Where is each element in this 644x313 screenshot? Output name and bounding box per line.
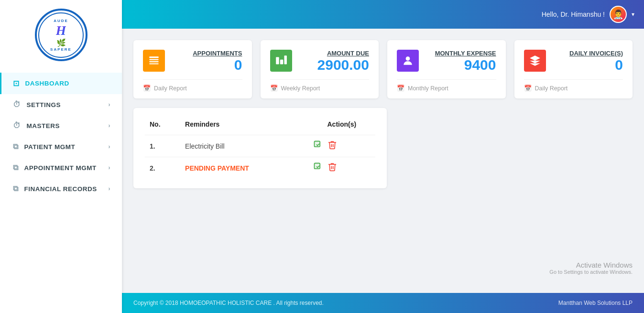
card-top: AMOUNT DUE 2900.00 xyxy=(270,50,370,73)
main-content: APPOINTMENTS 0 📅 Daily Report AMOUNT DUE… xyxy=(122,29,644,293)
reminders-card: No. Reminders Action(s) 1. Electricity B… xyxy=(133,108,387,188)
appointments-footer-text: Daily Report xyxy=(154,85,187,92)
logo-aude-text: AUDE xyxy=(54,19,68,23)
sidebar: AUDE H 🌿 SAPERE ⊡ DASHBOARD ⏱ SETTINGS ›… xyxy=(0,0,122,313)
edit-button[interactable] xyxy=(313,140,323,152)
patient-mgmt-icon: ⧉ xyxy=(13,142,19,151)
daily-invoices-icon xyxy=(524,50,546,72)
sidebar-item-patient-mgmt[interactable]: ⧉ PATIENT MGMT › xyxy=(0,136,122,157)
dashboard-icon: ⊡ xyxy=(13,79,20,88)
delete-button[interactable] xyxy=(327,140,337,152)
sidebar-item-label: SETTINGS xyxy=(27,101,61,108)
svg-rect-4 xyxy=(276,57,279,64)
amount-due-value: 2900.00 xyxy=(317,57,369,73)
sidebar-item-label: APPOINTMENT MGMT xyxy=(24,164,97,172)
reminder-actions xyxy=(308,135,375,157)
logo-inner: AUDE H 🌿 SAPERE xyxy=(38,12,84,58)
settings-icon: ⏱ xyxy=(13,100,21,109)
logo-sapere-text: SAPERE xyxy=(50,47,72,52)
amount-due-icon xyxy=(270,50,292,72)
card-top: DAILY INVOICE(S) 0 xyxy=(524,50,623,73)
appointments-value: 0 xyxy=(193,57,242,73)
header: Hello, Dr. Himanshu ! 👨‍⚕️ ▾ xyxy=(122,0,644,29)
calendar-icon: 📅 xyxy=(143,85,151,92)
daily-invoices-value: 0 xyxy=(569,57,623,73)
table-row: 2. PENDING PAYMENT xyxy=(145,157,375,179)
appointments-card: APPOINTMENTS 0 📅 Daily Report xyxy=(133,40,252,98)
dropdown-arrow-icon: ▾ xyxy=(632,11,634,18)
col-reminder: Reminders xyxy=(180,118,308,135)
chevron-right-icon: › xyxy=(109,122,111,129)
sidebar-item-label: FINANCIAL RECORDS xyxy=(24,185,97,193)
header-greeting: Hello, Dr. Himanshu ! xyxy=(542,11,605,18)
monthly-expense-icon xyxy=(397,50,419,72)
chevron-right-icon: › xyxy=(109,185,111,192)
sidebar-logo: AUDE H 🌿 SAPERE xyxy=(0,0,122,68)
edit-button[interactable] xyxy=(313,162,323,174)
amount-due-footer: 📅 Weekly Report xyxy=(270,79,370,92)
logo-h-letter: H xyxy=(56,23,66,38)
card-top: MONTHLY EXPENSE 9400 xyxy=(397,50,496,73)
chevron-right-icon: › xyxy=(109,143,111,150)
monthly-expense-footer: 📅 Monthly Report xyxy=(397,79,496,92)
daily-invoices-label: DAILY INVOICE(S) xyxy=(569,50,623,57)
appointments-footer: 📅 Daily Report xyxy=(143,79,242,92)
sidebar-item-label: DASHBOARD xyxy=(25,80,69,87)
stat-cards-row: APPOINTMENTS 0 📅 Daily Report AMOUNT DUE… xyxy=(133,40,633,98)
calendar-icon: 📅 xyxy=(270,85,278,92)
sidebar-item-masters[interactable]: ⏱ MASTERS › xyxy=(0,115,122,136)
card-top: APPOINTMENTS 0 xyxy=(143,50,242,73)
monthly-expense-card: MONTHLY EXPENSE 9400 📅 Monthly Report xyxy=(387,40,506,98)
svg-rect-2 xyxy=(149,61,159,62)
sidebar-item-appointment-mgmt[interactable]: ⧉ APPOINTMENT MGMT › xyxy=(0,157,122,178)
reminder-number: 1. xyxy=(145,135,180,157)
appointment-mgmt-icon: ⧉ xyxy=(13,163,19,172)
svg-rect-3 xyxy=(149,63,159,64)
svg-rect-6 xyxy=(284,55,286,64)
header-user[interactable]: Hello, Dr. Himanshu ! 👨‍⚕️ ▾ xyxy=(542,6,634,23)
amount-due-label: AMOUNT DUE xyxy=(317,50,369,57)
sidebar-item-financial-records[interactable]: ⧉ FINANCIAL RECORDS › xyxy=(0,178,122,199)
monthly-expense-value: 9400 xyxy=(435,57,496,73)
appointments-label: APPOINTMENTS xyxy=(193,50,242,57)
footer-copyright: Copyright © 2018 HOMOEOPATHIC HOLISTIC C… xyxy=(133,300,324,306)
svg-rect-0 xyxy=(149,56,159,58)
reminder-name: PENDING PAYMENT xyxy=(180,157,308,179)
footer-brand: Mantthan Web Solutions LLP xyxy=(558,300,633,306)
calendar-icon: 📅 xyxy=(397,85,404,92)
monthly-expense-footer-text: Monthly Report xyxy=(408,85,448,92)
reminders-table: No. Reminders Action(s) 1. Electricity B… xyxy=(145,118,375,179)
daily-invoices-card: DAILY INVOICE(S) 0 📅 Daily Report xyxy=(514,40,633,98)
col-actions: Action(s) xyxy=(308,118,375,135)
delete-button[interactable] xyxy=(327,162,337,174)
nav-menu: ⊡ DASHBOARD ⏱ SETTINGS › ⏱ MASTERS › ⧉ P… xyxy=(0,73,122,199)
svg-rect-1 xyxy=(149,59,159,60)
daily-invoices-footer-text: Daily Report xyxy=(535,85,568,92)
avatar: 👨‍⚕️ xyxy=(610,6,627,23)
reminder-number: 2. xyxy=(145,157,180,179)
reminder-name: Electricity Bill xyxy=(180,135,308,157)
logo-circle: AUDE H 🌿 SAPERE xyxy=(35,9,87,61)
chevron-right-icon: › xyxy=(109,101,111,108)
reminder-actions xyxy=(308,157,375,179)
amount-due-footer-text: Weekly Report xyxy=(281,85,320,92)
masters-icon: ⏱ xyxy=(13,121,21,130)
col-no: No. xyxy=(145,118,180,135)
table-row: 1. Electricity Bill xyxy=(145,135,375,157)
monthly-expense-label: MONTHLY EXPENSE xyxy=(435,50,496,57)
sidebar-item-label: MASTERS xyxy=(27,122,60,130)
appointments-icon xyxy=(143,50,165,72)
sidebar-item-dashboard[interactable]: ⊡ DASHBOARD xyxy=(0,73,122,94)
svg-point-7 xyxy=(406,56,410,61)
daily-invoices-footer: 📅 Daily Report xyxy=(524,79,623,92)
amount-due-card: AMOUNT DUE 2900.00 📅 Weekly Report xyxy=(261,40,379,98)
logo-leaf-icon: 🌿 xyxy=(56,38,66,47)
sidebar-item-label: PATIENT MGMT xyxy=(24,143,76,151)
footer: Copyright © 2018 HOMOEOPATHIC HOLISTIC C… xyxy=(122,293,644,313)
svg-rect-5 xyxy=(280,60,283,65)
chevron-right-icon: › xyxy=(109,164,111,171)
calendar-icon: 📅 xyxy=(524,85,532,92)
sidebar-item-settings[interactable]: ⏱ SETTINGS › xyxy=(0,94,122,115)
financial-records-icon: ⧉ xyxy=(13,184,19,193)
